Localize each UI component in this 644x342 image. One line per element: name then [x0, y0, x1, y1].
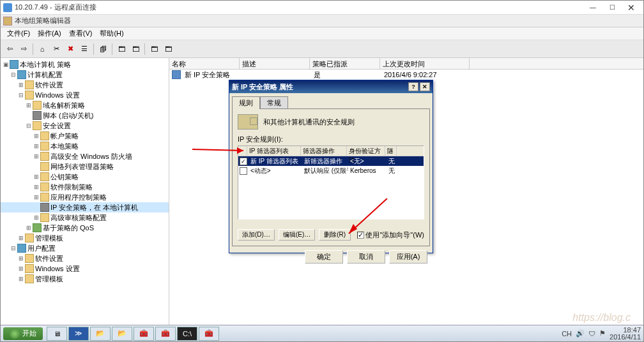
minimize-button[interactable]: — [583, 1, 602, 14]
rule-row[interactable]: <动态> 默认响应 (仅限于… Kerberos 无 [238, 166, 424, 175]
app-window-title: 本地组策略编辑器 [15, 16, 71, 26]
tray-icon[interactable]: 🔊 [576, 329, 585, 338]
tree-scripts[interactable]: 脚本 (启动/关机) [43, 111, 93, 121]
tree-software[interactable]: 软件设置 [35, 80, 63, 90]
taskbar-item[interactable]: 🧰 [155, 327, 176, 341]
col-desc[interactable]: 描述 [240, 58, 310, 69]
wizard-checkbox[interactable]: ✓使用"添加向导"(W) [357, 230, 424, 240]
dialog-close-button[interactable]: ✕ [420, 82, 430, 91]
start-button[interactable]: 开始 [3, 327, 43, 340]
tree-computer-config[interactable]: 计算机配置 [27, 70, 63, 80]
ime-indicator[interactable]: CH [562, 330, 572, 338]
col-tunnel[interactable]: 隧 [385, 146, 397, 156]
menu-view[interactable]: 查看(V) [65, 29, 96, 38]
close-button[interactable]: ✕ [622, 1, 641, 14]
tree-user-windows[interactable]: Windows 设置 [35, 264, 80, 274]
col-filter[interactable]: IP 筛选器列表 [247, 146, 301, 156]
taskbar-item[interactable]: 📂 [112, 327, 132, 341]
rule-row-selected[interactable]: ✓ 新 IP 筛选器列表 新筛选器操作 <无> 无 [238, 156, 424, 166]
properties-button[interactable]: ☰ [78, 43, 91, 56]
policy-icon [172, 70, 181, 79]
rule-checkbox[interactable] [240, 167, 247, 175]
col-name[interactable]: 名称 [169, 58, 240, 69]
tray-icon[interactable]: ⚑ [599, 329, 606, 338]
col-action[interactable]: 筛选器操作 [301, 146, 347, 156]
tab-rules[interactable]: 规则 [232, 96, 260, 109]
toolbar: ⇦ ⇨ ⌂ ✂ ✖ ☰ 🗐 🗔 🗔 🗔 🗔 [1, 40, 643, 58]
taskbar-item[interactable]: C:\ [177, 327, 197, 341]
tree-pubkey[interactable]: 公钥策略 [50, 172, 79, 182]
tree-user-admin[interactable]: 管理模板 [35, 274, 63, 284]
properties-dialog: 新 IP 安全策略 属性 ? ✕ 规则 常规 和其他计算机通讯的安全规则 IP … [229, 80, 433, 253]
menu-help[interactable]: 帮助(H) [96, 29, 127, 38]
tree-local-policy[interactable]: 本地策略 [50, 142, 79, 151]
edit-button[interactable]: 编辑(E)… [279, 229, 315, 241]
tree-admin-templates[interactable]: 管理模板 [35, 234, 63, 243]
refresh-button[interactable]: 🗐 [96, 43, 109, 56]
mmc-icon [3, 17, 12, 26]
cancel-button[interactable]: 取消 [347, 250, 385, 264]
ok-button[interactable]: 确定 [305, 250, 343, 264]
rdp-title: 10.20.7.49 - 远程桌面连接 [15, 3, 583, 12]
tree-appcontrol[interactable]: 应用程序控制策略 [50, 193, 107, 202]
app-window-titlebar: 本地组策略编辑器 [1, 15, 643, 27]
tree-audit[interactable]: 高级审核策略配置 [50, 213, 107, 223]
col-modified[interactable]: 上次更改时间 [380, 58, 470, 69]
apply-button[interactable]: 应用(A) [389, 250, 427, 264]
rules-group-label: IP 安全规则(I): [238, 135, 424, 144]
tree-qos[interactable]: 基于策略的 QoS [43, 223, 94, 233]
remove-button[interactable]: 删除(R) [319, 229, 351, 241]
tree-nlm[interactable]: 网络列表管理器策略 [50, 162, 114, 172]
taskbar: 开始 🖥 ≫ 📂 📂 🧰 🧰 C:\ 🧰 CH 🔊 🛡 ⚑ 18:47 2016… [1, 325, 643, 341]
tree-dns[interactable]: 域名解析策略 [43, 101, 85, 110]
rules-list[interactable]: IP 筛选器列表 筛选器操作 身份验证方法 隧 ✓ 新 IP 筛选器列表 新筛选… [238, 145, 424, 219]
start-orb-icon [10, 329, 20, 339]
taskbar-item[interactable]: ≫ [68, 327, 89, 341]
taskbar-item[interactable]: 📂 [90, 327, 111, 341]
back-button[interactable]: ⇦ [3, 43, 16, 56]
tree-softrestrict[interactable]: 软件限制策略 [50, 182, 93, 192]
servers-icon [238, 114, 258, 130]
tray-icon[interactable]: 🛡 [588, 330, 595, 338]
dialog-title: 新 IP 安全策略 属性 [232, 82, 293, 92]
taskbar-item[interactable]: 🖥 [47, 327, 67, 341]
menu-file[interactable]: 文件(F) [3, 29, 34, 38]
policy-tree[interactable]: ▣本地计算机 策略 ⊟计算机配置 ⊞软件设置 ⊟Windows 设置 ⊞域名解析… [1, 58, 169, 325]
rule-checkbox[interactable]: ✓ [240, 158, 247, 165]
tree-account-policy[interactable]: 帐户策略 [50, 131, 79, 141]
rdp-titlebar: 10.20.7.49 - 远程桌面连接 — ☐ ✕ [1, 1, 643, 15]
cut-button[interactable]: ✂ [50, 43, 63, 56]
tree-ipsec[interactable]: IP 安全策略，在 本地计算机 [50, 203, 138, 212]
up-button[interactable]: ⌂ [36, 43, 49, 56]
tool-1[interactable]: 🗔 [115, 43, 128, 56]
add-button[interactable]: 添加(D)… [238, 229, 275, 241]
menu-action[interactable]: 操作(A) [34, 29, 65, 38]
tab-general[interactable]: 常规 [260, 96, 288, 109]
tree-user-config[interactable]: 用户配置 [27, 244, 56, 253]
tool-3[interactable]: 🗔 [148, 43, 160, 56]
rdp-icon [3, 3, 12, 12]
forward-button[interactable]: ⇨ [17, 43, 30, 56]
col-assigned[interactable]: 策略已指派 [310, 58, 380, 69]
tree-root[interactable]: 本地计算机 策略 [20, 60, 71, 70]
maximize-button[interactable]: ☐ [602, 1, 622, 14]
clock-date[interactable]: 2016/4/11 [610, 333, 641, 341]
col-auth[interactable]: 身份验证方法 [347, 146, 385, 156]
tree-user-software[interactable]: 软件设置 [35, 254, 63, 264]
tool-4[interactable]: 🗔 [162, 43, 174, 56]
taskbar-item[interactable]: 🧰 [134, 327, 154, 341]
tree-windows-settings[interactable]: Windows 设置 [35, 91, 80, 100]
tree-security[interactable]: 安全设置 [43, 121, 71, 131]
watermark: https://blog.c [572, 312, 631, 323]
menubar: 文件(F) 操作(A) 查看(V) 帮助(H) [1, 27, 643, 40]
delete-button[interactable]: ✖ [64, 43, 77, 56]
taskbar-item[interactable]: 🧰 [199, 327, 219, 341]
system-tray: CH 🔊 🛡 ⚑ 18:47 2016/4/11 [562, 327, 641, 341]
tool-2[interactable]: 🗔 [129, 43, 142, 56]
dialog-help-button[interactable]: ? [408, 82, 418, 91]
tree-firewall[interactable]: 高级安全 Windows 防火墙 [50, 152, 132, 161]
list-row[interactable]: 新 IP 安全策略 是 2016/4/6 9:02:27 [169, 70, 643, 80]
dialog-description: 和其他计算机通讯的安全规则 [263, 117, 355, 127]
